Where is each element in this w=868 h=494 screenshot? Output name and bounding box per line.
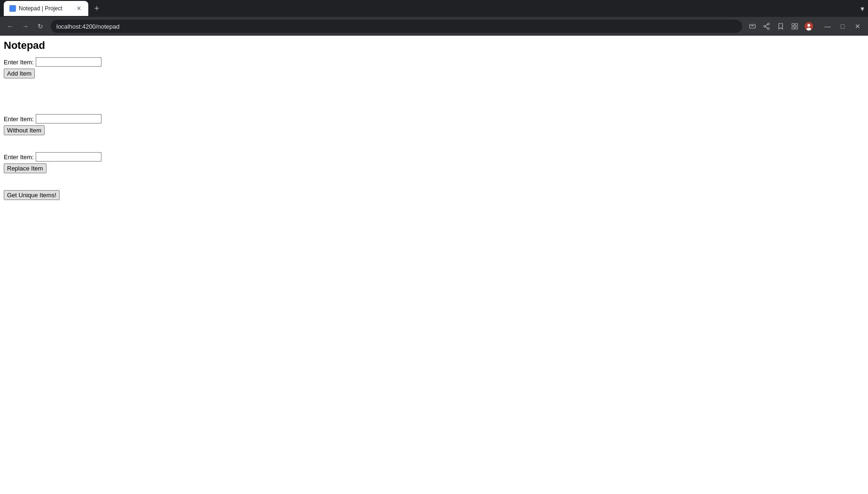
reload-button[interactable]: ↻ [34,20,47,33]
add-item-form-row: Enter Item: [4,57,864,67]
replace-item-section: Enter Item: Replace Item [4,152,864,173]
nav-right-icons [746,20,815,33]
without-item-label: Enter Item: [4,116,34,123]
address-bar[interactable]: localhost:4200/notepad [51,20,742,33]
tab-bar: Notepad | Project ✕ + ▾ [0,0,868,17]
screen-reader-icon[interactable] [746,20,759,33]
svg-rect-11 [795,27,798,29]
share-icon[interactable] [760,20,773,33]
extensions-icon[interactable] [788,20,801,33]
svg-rect-1 [750,24,755,28]
svg-point-3 [767,23,769,25]
back-button[interactable]: ← [4,20,17,33]
add-item-button[interactable]: Add Item [4,69,35,78]
tab-title: Notepad | Project [19,5,72,12]
profile-icon[interactable] [802,20,815,33]
svg-point-5 [767,28,769,30]
svg-rect-8 [792,23,794,26]
active-tab[interactable]: Notepad | Project ✕ [4,1,88,16]
new-tab-button[interactable]: + [90,2,103,15]
without-item-section: Enter Item: Without Item [4,114,864,135]
bookmark-icon[interactable] [774,20,787,33]
get-unique-items-button[interactable]: Get Unique Items! [4,190,60,200]
add-item-input[interactable] [36,57,101,67]
spacer-2 [4,143,864,152]
without-item-input[interactable] [36,114,101,124]
window-minimize-button[interactable]: — [821,20,834,33]
svg-rect-9 [795,23,798,26]
add-item-label: Enter Item: [4,59,34,66]
svg-point-13 [807,24,810,27]
browser-chrome: Notepad | Project ✕ + ▾ ← → ↻ localhost:… [0,0,868,36]
svg-point-4 [764,25,766,27]
replace-item-label: Enter Item: [4,154,34,161]
without-item-button[interactable]: Without Item [4,125,45,135]
tab-favicon [9,5,16,12]
window-close-button[interactable]: ✕ [851,20,864,33]
forward-button[interactable]: → [19,20,32,33]
replace-item-button[interactable]: Replace Item [4,163,46,173]
replace-item-form-row: Enter Item: [4,152,864,162]
svg-rect-2 [751,25,754,26]
spacer-1 [4,86,864,114]
svg-line-6 [766,24,767,26]
svg-line-7 [766,27,767,28]
window-maximize-button[interactable]: □ [836,20,849,33]
svg-point-14 [806,28,811,31]
page-title: Notepad [4,39,864,52]
svg-point-0 [11,7,15,10]
get-unique-items-section: Get Unique Items! [4,190,864,200]
without-item-form-row: Enter Item: [4,114,864,124]
page-content: Notepad Enter Item: Add Item Enter Item:… [0,36,868,494]
tab-close-button[interactable]: ✕ [75,5,83,12]
spacer-3 [4,181,864,190]
replace-item-input[interactable] [36,152,101,162]
add-item-section: Enter Item: Add Item [4,57,864,78]
tab-dropdown-button[interactable]: ▾ [860,4,864,13]
address-text: localhost:4200/notepad [56,23,736,30]
nav-bar: ← → ↻ localhost:4200/notepad [0,17,868,36]
svg-rect-10 [792,27,794,29]
